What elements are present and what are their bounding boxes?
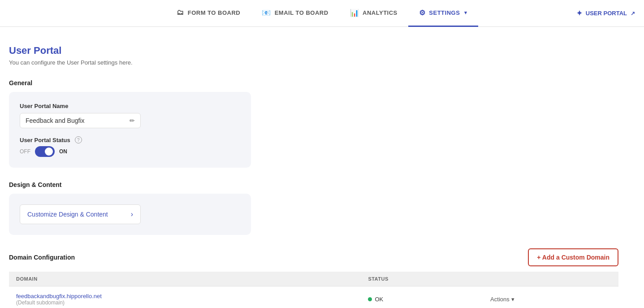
portal-name-value: Feedback and Bugfix — [26, 117, 85, 124]
add-custom-domain-label: + Add a Custom Domain — [537, 254, 609, 261]
email-to-board-icon: 📧 — [262, 9, 271, 17]
nav-settings-label: SETTINGS — [429, 9, 460, 16]
domain-table-header: DOMAIN STATUS — [9, 272, 618, 286]
main-content: User Portal You can configure the User P… — [0, 27, 627, 308]
domain-header: Domain Configuration + Add a Custom Doma… — [9, 248, 618, 266]
status-ok: OK — [368, 296, 476, 303]
off-label: OFF — [20, 148, 30, 155]
nav-email-to-board-label: EMAIL TO BOARD — [275, 9, 328, 16]
portal-name-input[interactable]: Feedback and Bugfix ✏ — [20, 113, 141, 128]
domain-cell: feedbackandbugfix.hipporello.net (Defaul… — [9, 286, 361, 308]
settings-chevron-icon: ▾ — [464, 10, 467, 16]
col-domain: DOMAIN — [9, 272, 361, 286]
settings-icon: ⚙ — [419, 9, 426, 17]
status-cell: OK — [361, 286, 483, 308]
general-section-label: General — [9, 79, 618, 87]
add-custom-domain-button[interactable]: + Add a Custom Domain — [528, 248, 618, 266]
nav-analytics-label: ANALYTICS — [363, 9, 398, 16]
user-portal-nav-link[interactable]: ✦ USER PORTAL ↗ — [576, 9, 635, 17]
nav-analytics[interactable]: 📊 ANALYTICS — [339, 0, 408, 27]
form-to-board-icon: 🗂 — [177, 9, 184, 17]
edit-icon[interactable]: ✏ — [130, 117, 135, 124]
nav-settings[interactable]: ⚙ SETTINGS ▾ — [408, 0, 478, 27]
table-row: feedbackandbugfix.hipporello.net (Defaul… — [9, 286, 618, 308]
chevron-right-icon: › — [131, 210, 133, 218]
customize-design-label: Customize Design & Content — [27, 211, 108, 218]
subdomain-note: (Default subdomain) — [16, 299, 354, 306]
external-link-icon: ↗ — [631, 10, 635, 17]
actions-button[interactable]: Actions ▾ — [490, 296, 611, 303]
domain-link[interactable]: feedbackandbugfix.hipporello.net — [16, 293, 354, 299]
customize-design-button[interactable]: Customize Design & Content › — [20, 204, 141, 224]
nav-email-to-board[interactable]: 📧 EMAIL TO BOARD — [251, 0, 339, 27]
sparkle-icon: ✦ — [576, 9, 582, 17]
design-section-label: Design & Content — [9, 181, 618, 188]
nav-form-to-board-label: FORM TO BOARD — [188, 9, 240, 16]
portal-name-label: User Portal Name — [20, 103, 240, 109]
portal-status-help-icon[interactable]: ? — [75, 136, 82, 143]
actions-label: Actions — [490, 296, 510, 303]
toggle-row: OFF ON — [20, 146, 240, 157]
domain-table-body: feedbackandbugfix.hipporello.net (Defaul… — [9, 286, 618, 308]
actions-chevron-icon: ▾ — [511, 296, 514, 303]
page-subtitle: You can configure the User Portal settin… — [9, 59, 618, 66]
domain-section-label: Domain Configuration — [9, 254, 75, 261]
on-label: ON — [59, 148, 67, 155]
col-status: STATUS — [361, 272, 483, 286]
user-portal-nav-label: USER PORTAL — [586, 10, 627, 17]
analytics-icon: 📊 — [350, 9, 359, 17]
page-title: User Portal — [9, 45, 618, 56]
portal-status-label: User Portal Status — [20, 137, 70, 143]
status-ok-label: OK — [375, 296, 383, 303]
nav-form-to-board[interactable]: 🗂 FORM TO BOARD — [166, 0, 251, 27]
domain-table: DOMAIN STATUS feedbackandbugfix.hipporel… — [9, 272, 618, 308]
design-card: Customize Design & Content › — [9, 194, 251, 235]
status-dot-icon — [368, 297, 372, 301]
col-actions — [483, 272, 618, 286]
actions-cell: Actions ▾ — [483, 286, 618, 308]
nav-items: 🗂 FORM TO BOARD 📧 EMAIL TO BOARD 📊 ANALY… — [166, 0, 478, 27]
portal-status-toggle[interactable] — [35, 146, 55, 157]
main-nav: 🗂 FORM TO BOARD 📧 EMAIL TO BOARD 📊 ANALY… — [0, 0, 644, 27]
general-card: User Portal Name Feedback and Bugfix ✏ U… — [9, 92, 251, 168]
